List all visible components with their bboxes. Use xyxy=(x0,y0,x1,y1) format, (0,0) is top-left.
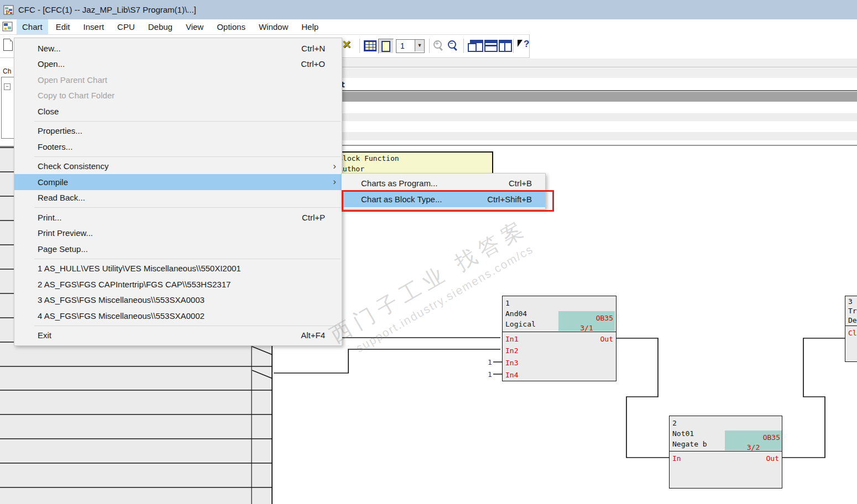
cfc-application-window: t In1 Input 1 IN (STRUCT) In2 Input 2 IN… xyxy=(0,0,857,504)
menu-item-copy-to-chart-folder: Copy to Chart Folder xyxy=(14,88,342,104)
menu-item-recent-3[interactable]: 3 AS_FGS\FGS Miscellaneous\\553SXA0003 xyxy=(14,292,342,308)
block-ob-label: OB35 xyxy=(763,433,780,442)
menu-item-footers[interactable]: Footers... xyxy=(14,139,342,155)
pin-in4[interactable]: In4 xyxy=(505,371,518,379)
menu-item-close[interactable]: Close xyxy=(14,103,342,119)
pin-in2[interactable]: In2 xyxy=(505,347,518,355)
cfc-block-and04[interactable]: 1 And04 Logical OB35 3/1 In1 In2 In3 In4… xyxy=(502,296,616,381)
block-run-position: 3/2 xyxy=(725,443,782,452)
block-header: 3 Tr De xyxy=(845,296,857,326)
menu-item-open-parent-chart: Open Parent Chart xyxy=(14,72,342,88)
pin-out[interactable]: Out xyxy=(600,335,613,343)
chart-note-line2: Author xyxy=(338,165,492,174)
submenu-arrow-icon: › xyxy=(333,176,336,187)
pin-in1[interactable]: In1 xyxy=(505,335,518,343)
menu-item-exit[interactable]: ExitAlt+F4 xyxy=(14,328,342,344)
menu-item-check-consistency[interactable]: Check Consistency› xyxy=(14,159,342,175)
chart-note-line1: Block Function xyxy=(338,154,492,163)
menu-item-compile[interactable]: Compile› xyxy=(14,174,342,190)
block-task-badge: OB35 3/1 xyxy=(558,311,615,331)
menu-separator xyxy=(14,119,342,123)
cfc-block-clipped[interactable]: 3 Tr De Cl xyxy=(845,296,857,362)
block-task-badge: OB35 3/2 xyxy=(725,431,782,450)
block-comment: De xyxy=(848,316,857,325)
menu-item-properties[interactable]: Properties... xyxy=(14,123,342,139)
constant-value: 1 xyxy=(488,370,492,379)
block-number: 1 xyxy=(505,298,616,308)
menu-item-print[interactable]: Print...Ctrl+P xyxy=(14,209,342,225)
block-number: 3 xyxy=(848,297,857,306)
menu-item-recent-4[interactable]: 4 AS_FGS\FGS Miscellaneous\\553SXA0002 xyxy=(14,308,342,324)
block-header: 2 Not01 Negate b OB35 3/2 xyxy=(670,416,782,452)
pin-in[interactable]: In xyxy=(672,454,681,463)
block-ob-label: OB35 xyxy=(596,314,613,322)
annotation-highlight-box xyxy=(342,190,554,212)
block-header: 1 And04 Logical OB35 3/1 xyxy=(503,296,616,332)
submenu-item-charts-as-program[interactable]: Charts as Program...Ctrl+B xyxy=(342,175,545,191)
pin-in3[interactable]: In3 xyxy=(505,359,518,367)
menu-item-open[interactable]: Open...Ctrl+O xyxy=(14,56,342,72)
menu-separator xyxy=(14,155,342,159)
block-run-position: 3/1 xyxy=(558,324,615,332)
pin-cl[interactable]: Cl xyxy=(848,329,857,337)
constant-value: 1 xyxy=(488,358,492,366)
menu-separator xyxy=(14,257,342,261)
block-number: 2 xyxy=(672,418,782,428)
menu-separator xyxy=(14,206,342,209)
menu-item-recent-1[interactable]: 1 AS_HULL\VES Utility\VES Miscellaneous\… xyxy=(14,261,342,277)
chart-menu: New...Ctrl+N Open...Ctrl+O Open Parent C… xyxy=(14,38,342,346)
pin-out[interactable]: Out xyxy=(766,454,779,463)
menu-item-page-setup[interactable]: Page Setup... xyxy=(14,241,342,257)
cfc-block-not01[interactable]: 2 Not01 Negate b OB35 3/2 In Out xyxy=(669,416,782,489)
menu-separator xyxy=(14,324,342,328)
menu-item-new[interactable]: New...Ctrl+N xyxy=(14,40,342,56)
menu-item-print-preview[interactable]: Print Preview... xyxy=(14,225,342,242)
block-type: Tr xyxy=(848,306,857,316)
submenu-arrow-icon: › xyxy=(333,161,336,172)
menu-item-recent-2[interactable]: 2 AS_FGS\FGS CAPIntertrip\FGS CAP\\553HS… xyxy=(14,276,342,292)
menu-item-read-back[interactable]: Read Back... xyxy=(14,190,342,206)
